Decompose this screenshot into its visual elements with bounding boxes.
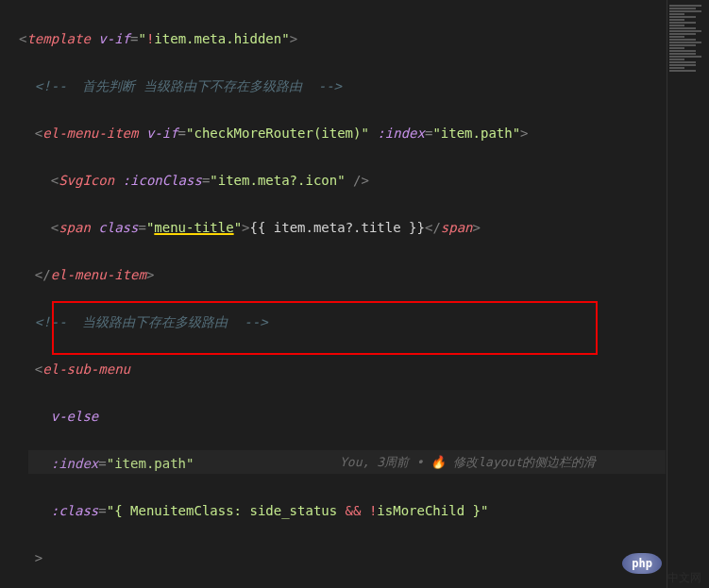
tag-el-sub-menu: el-sub-menu: [42, 361, 130, 377]
tag-el-menu-item: el-menu-item: [42, 126, 138, 141]
tag-span: span: [59, 220, 91, 235]
watermark: 中文网: [667, 570, 701, 586]
comment: <!-- 当级路由下存在多级路由 -->: [35, 314, 268, 329]
tag-svgicon: SvgIcon: [59, 173, 114, 188]
tag-template: template: [26, 31, 90, 46]
attr-vif: v-if: [91, 31, 130, 46]
attr-velse: v-else: [51, 409, 99, 424]
lint-underline: menu-title: [154, 220, 233, 235]
minimap[interactable]: [667, 0, 709, 588]
comment: <!-- 首先判断 当级路由下不存在多级路由 -->: [35, 78, 342, 93]
php-badge: php: [622, 553, 662, 574]
code-editor[interactable]: <template v-if="!item.meta.hidden"> <!--…: [0, 0, 709, 588]
